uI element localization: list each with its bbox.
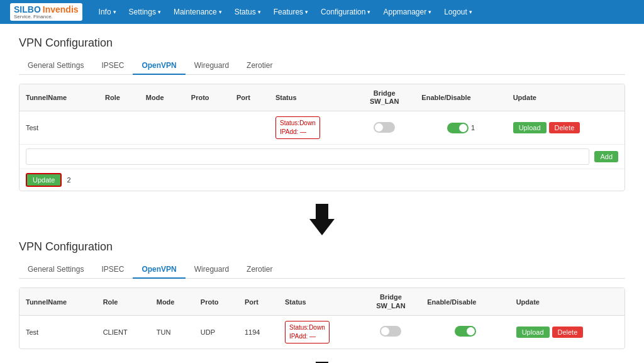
th2-mode: Mode <box>150 288 194 315</box>
appmanager-caret: ▾ <box>428 9 431 15</box>
section2-tabs: General Settings IPSEC OpenVPN Wireguard… <box>19 261 625 279</box>
th-proto: Proto <box>185 84 230 111</box>
cell2-status: Status:DownIPAdd: — <box>279 315 361 349</box>
section1-title: VPN Configuration <box>19 36 625 50</box>
cell-bridge <box>353 111 415 145</box>
cell-role <box>99 111 140 145</box>
th-bridge: BridgeSW_LAN <box>353 84 415 111</box>
th2-update: Update <box>510 288 625 315</box>
nav-features[interactable]: Features ▾ <box>267 0 314 24</box>
section2-table: TunnelName Role Mode Proto Port Status B… <box>19 288 625 348</box>
add-button[interactable]: Add <box>594 151 618 162</box>
nav-menu: Info ▾ Settings ▾ Maintenance ▾ Status ▾… <box>92 0 479 24</box>
update-row: Update 2 <box>19 169 625 191</box>
cell2-bridge <box>361 315 421 349</box>
maintenance-caret: ▾ <box>219 9 222 15</box>
section1-tabs: General Settings IPSEC OpenVPN Wireguard… <box>19 57 625 75</box>
brand-sub: Service. Finance. <box>14 14 79 20</box>
section2-title: VPN Configuration <box>19 240 625 254</box>
delete-button-2[interactable]: Delete <box>552 327 584 338</box>
tunnel-name-input[interactable] <box>26 148 589 165</box>
arrow-head-1 <box>309 219 335 235</box>
settings-caret: ▾ <box>158 9 161 15</box>
update-count: 2 <box>67 176 70 184</box>
enable-toggle-2[interactable] <box>455 326 476 337</box>
nav-info[interactable]: Info ▾ <box>92 0 123 24</box>
table-row: Test Status:DownIPAdd: — <box>19 111 625 145</box>
tab1-openvpn[interactable]: OpenVPN <box>133 57 185 75</box>
th2-port: Port <box>238 288 279 315</box>
th2-status: Status <box>279 288 361 315</box>
th2-enable: Enable/Disable <box>421 288 509 315</box>
th2-bridge: BridgeSW_LAN <box>361 288 421 315</box>
add-input-row: Add <box>19 144 625 169</box>
th-role: Role <box>99 84 140 111</box>
nav-settings[interactable]: Settings ▾ <box>123 0 167 24</box>
cell2-role: CLIENT <box>97 315 150 349</box>
tab1-general[interactable]: General Settings <box>19 57 92 75</box>
section2-table-card: TunnelName Role Mode Proto Port Status B… <box>19 288 625 349</box>
cell-mode <box>140 111 185 145</box>
brand-logo: SILBOInvendis Service. Finance. <box>10 3 82 21</box>
nav-maintenance[interactable]: Maintenance ▾ <box>167 0 228 24</box>
configuration-caret: ▾ <box>367 9 370 15</box>
section1-table-card: TunnelName Role Mode Proto Port Status B… <box>19 84 625 191</box>
th-update: Update <box>507 84 625 111</box>
cell-proto <box>185 111 230 145</box>
status-badge-down: Status:DownIPAdd: — <box>275 116 320 139</box>
th2-proto: Proto <box>194 288 238 315</box>
brand-silbo: SILBO <box>14 4 41 14</box>
upload-button[interactable]: Upload <box>513 122 547 133</box>
cell-name: Test <box>19 111 99 145</box>
bridge-toggle-2[interactable] <box>380 326 401 337</box>
cell2-name: Test <box>19 315 97 349</box>
nav-status[interactable]: Status ▾ <box>228 0 267 24</box>
upload-button-2[interactable]: Upload <box>516 327 550 338</box>
arrow-1 <box>19 204 625 235</box>
tab2-zerotier[interactable]: Zerotier <box>238 261 281 279</box>
th-port: Port <box>230 84 269 111</box>
update-button[interactable]: Update <box>26 173 62 187</box>
th-tunnelname: TunnelName <box>19 84 99 111</box>
navbar: SILBOInvendis Service. Finance. Info ▾ S… <box>0 0 644 24</box>
toggle-number: 1 <box>471 124 475 131</box>
bridge-toggle[interactable] <box>374 122 395 133</box>
logout-caret: ▾ <box>469 9 472 15</box>
update-btn-group: Upload Delete <box>513 122 618 133</box>
tab1-zerotier[interactable]: Zerotier <box>238 57 281 75</box>
vpn-section-2: VPN Configuration General Settings IPSEC… <box>19 240 625 349</box>
vpn-section-1: VPN Configuration General Settings IPSEC… <box>19 36 625 191</box>
th-status: Status <box>269 84 353 111</box>
table-row: Test CLIENT TUN UDP 1194 Status:DownIPAd… <box>19 315 625 349</box>
brand-invendis: Invendis <box>43 4 79 14</box>
nav-logout[interactable]: Logout ▾ <box>438 0 479 24</box>
th-mode: Mode <box>140 84 185 111</box>
status-badge2-down: Status:DownIPAdd: — <box>285 321 330 343</box>
tab2-wireguard[interactable]: Wireguard <box>186 261 238 279</box>
enable-toggle-wrap: 1 <box>421 123 500 133</box>
arrow-shaft-1 <box>316 204 328 219</box>
cell-status: Status:DownIPAdd: — <box>269 111 353 145</box>
cell-port <box>230 111 269 145</box>
cell-enable: 1 <box>415 111 506 145</box>
status-caret: ▾ <box>258 9 261 15</box>
enable-toggle[interactable] <box>447 123 469 133</box>
update-btn-group-2: Upload Delete <box>516 327 618 338</box>
tab1-ipsec[interactable]: IPSEC <box>92 57 133 75</box>
section1-table: TunnelName Role Mode Proto Port Status B… <box>19 84 625 144</box>
cell2-enable <box>421 315 509 349</box>
cell2-update-buttons: Upload Delete <box>510 315 625 349</box>
cell-update-buttons: Upload Delete <box>507 111 625 145</box>
cell2-proto: UDP <box>194 315 238 349</box>
cell2-mode: TUN <box>150 315 194 349</box>
delete-button[interactable]: Delete <box>549 122 580 133</box>
tab2-openvpn[interactable]: OpenVPN <box>133 261 185 279</box>
tab2-general[interactable]: General Settings <box>19 261 92 279</box>
tab1-wireguard[interactable]: Wireguard <box>186 57 238 75</box>
th2-tunnelname: TunnelName <box>19 288 97 315</box>
tab2-ipsec[interactable]: IPSEC <box>92 261 133 279</box>
nav-configuration[interactable]: Configuration ▾ <box>314 0 377 24</box>
cell2-port: 1194 <box>238 315 279 349</box>
nav-appmanager[interactable]: Appmanager ▾ <box>377 0 438 24</box>
th2-role: Role <box>97 288 150 315</box>
